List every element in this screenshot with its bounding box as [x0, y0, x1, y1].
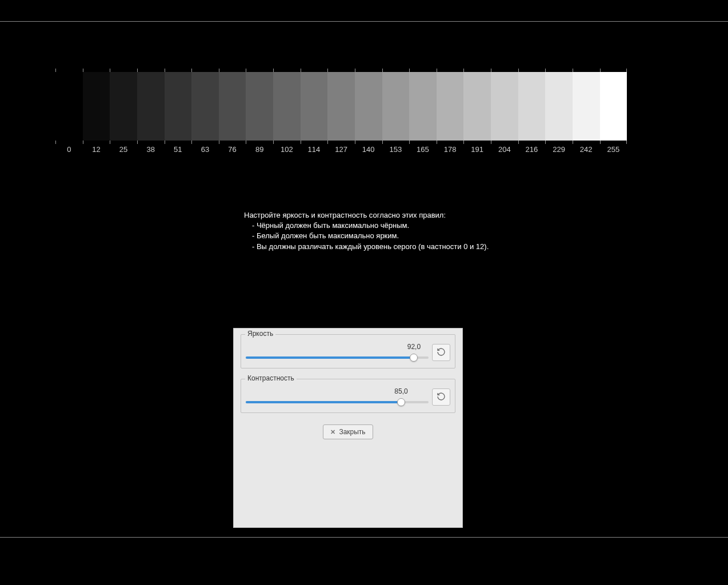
brightness-label: Яркость	[245, 330, 275, 338]
tick-label: 153	[389, 145, 402, 154]
gradient-cell	[191, 72, 219, 141]
tick-label: 12	[92, 145, 100, 154]
gradient-cell	[382, 72, 410, 141]
gradient-cell	[137, 72, 165, 141]
gradient-cell	[246, 72, 273, 141]
tick-label: 204	[498, 145, 511, 154]
gradient-cell	[491, 72, 518, 141]
gradient-cell	[83, 72, 110, 141]
gradient-cell	[327, 72, 355, 141]
tick-label: 216	[526, 145, 538, 154]
gradient-cell	[437, 72, 464, 141]
gradient-cell	[110, 72, 137, 141]
brightness-value: 92,0	[407, 343, 421, 351]
instructions-line1: - Чёрный должен быть максимально чёрным.	[244, 221, 489, 231]
tick-label: 178	[444, 145, 457, 154]
tick-label: 165	[417, 145, 429, 154]
undo-icon	[437, 347, 446, 358]
close-button[interactable]: ✕ Закрыть	[323, 424, 373, 439]
brightness-contrast-dialog: Яркость 92,0	[233, 328, 463, 528]
close-button-label: Закрыть	[339, 428, 365, 436]
gradient-cell	[573, 72, 600, 141]
gradient-cell	[301, 72, 328, 141]
contrast-slider[interactable]	[246, 398, 429, 407]
contrast-value: 85,0	[394, 387, 407, 395]
gradient-cell	[273, 72, 301, 141]
gradient-cell	[518, 72, 546, 141]
gradient-cell	[545, 72, 573, 141]
brightness-group: Яркость 92,0	[241, 334, 455, 368]
instructions-text: Настройте яркость и контрастность соглас…	[244, 210, 489, 252]
brightness-slider[interactable]	[246, 353, 429, 362]
tick-label: 127	[335, 145, 347, 154]
calibration-gradient: 0122538516376891021141271401531651781912…	[55, 69, 627, 143]
bottom-divider	[0, 537, 728, 538]
gradient-cell	[55, 72, 83, 141]
top-divider	[0, 21, 728, 22]
instructions-title: Настройте яркость и контрастность соглас…	[244, 210, 489, 221]
instructions-line2: - Белый должен быть максимально ярким.	[244, 231, 489, 241]
instructions-line3: - Вы должны различать каждый уровень сер…	[244, 242, 489, 252]
tick-label: 102	[281, 145, 293, 154]
tick-label: 242	[580, 145, 593, 154]
contrast-group: Контрастность 85,0	[241, 379, 455, 413]
tick-label: 38	[146, 145, 154, 154]
gradient-cell	[409, 72, 437, 141]
contrast-reset-button[interactable]	[432, 388, 450, 406]
contrast-label: Контрастность	[245, 374, 297, 382]
tick-label: 63	[201, 145, 209, 154]
tick-label: 76	[228, 145, 236, 154]
gradient-cell	[600, 72, 627, 141]
close-icon: ✕	[330, 428, 335, 436]
tick-label: 140	[362, 145, 375, 154]
tick-label: 51	[174, 145, 182, 154]
undo-icon	[437, 392, 446, 403]
tick-label: 0	[67, 145, 71, 154]
tick-label: 89	[255, 145, 263, 154]
brightness-reset-button[interactable]	[432, 344, 450, 361]
tick-label: 191	[471, 145, 483, 154]
gradient-cell	[463, 72, 491, 141]
tick-label: 229	[553, 145, 565, 154]
tick-label: 114	[308, 145, 321, 154]
tick-label: 25	[119, 145, 127, 154]
gradient-cell	[355, 72, 382, 141]
gradient-cell	[219, 72, 246, 141]
tick-label: 255	[607, 145, 619, 154]
gradient-cell	[165, 72, 192, 141]
